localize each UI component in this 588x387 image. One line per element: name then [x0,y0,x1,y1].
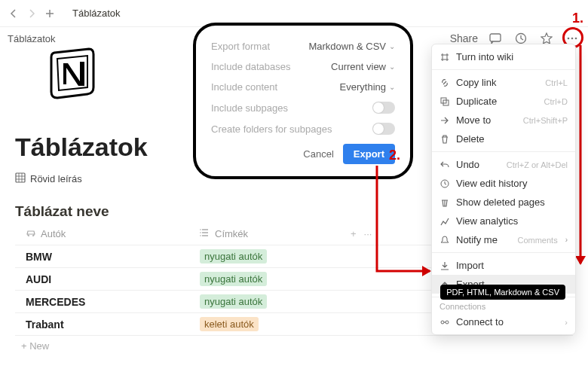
new-tab-button[interactable] [41,5,59,23]
tag-badge: nyugati autók [200,294,267,309]
menu-connect-to[interactable]: Connect to › [432,312,575,331]
svg-point-9 [200,232,201,233]
trash-icon [439,134,450,145]
menu-turn-into-wiki[interactable]: Turn into wiki [432,47,575,66]
chevron-right-icon: › [565,318,568,327]
annotation-step-1: 1. [572,11,583,26]
car-icon [26,227,36,240]
connect-icon [439,317,450,328]
include-subpages-label: Include subpages [211,102,288,114]
svg-point-8 [200,229,201,230]
tag-badge: keleti autók [200,317,259,331]
svg-point-10 [200,235,201,236]
svg-point-6 [28,235,29,236]
nav-forward-button[interactable] [23,5,41,23]
svg-rect-0 [490,34,501,41]
menu-view-history[interactable]: View edit history [432,174,575,193]
include-databases-label: Include databases [211,61,291,72]
doc-icon [15,172,26,185]
menu-undo[interactable]: Undo Ctrl+Z or Alt+Del [432,155,575,174]
cell-tag: nyugati autók [200,249,343,264]
cancel-button[interactable]: Cancel [303,148,333,160]
breadcrumb[interactable]: Táblázatok [8,33,56,44]
chevron-down-icon: ⌄ [389,42,395,50]
menu-import[interactable]: Import [432,256,575,275]
column-header-tags[interactable]: Címkék [215,228,248,239]
page-icon[interactable] [45,45,100,102]
wiki-icon [439,52,450,62]
menu-copy-link[interactable]: Copy link Ctrl+L [432,73,575,92]
svg-point-7 [32,235,34,236]
share-button[interactable]: Share [450,32,478,44]
undo-icon [439,160,450,170]
svg-point-14 [441,321,444,324]
chevron-down-icon: ⌄ [389,62,395,71]
tag-badge: nyugati autók [200,249,267,264]
list-icon [200,227,210,240]
export-dialog: Export format Markdown & CSV ⌄ Include d… [193,23,413,179]
duplicate-icon [439,96,450,107]
analytics-icon [439,216,450,227]
link-icon [439,78,450,88]
chevron-right-icon: › [565,236,568,244]
export-format-select[interactable]: Markdown & CSV ⌄ [308,41,395,52]
deleted-icon [439,197,450,208]
menu-delete[interactable]: Delete [432,130,575,148]
export-tooltip: PDF, HTML, Markdown & CSV [440,285,565,300]
cell-name: BMW [15,251,200,263]
tag-badge: nyugati autók [200,272,267,286]
cell-tag: nyugati autók [200,272,343,286]
history-icon [439,178,450,189]
cell-tag: nyugati autók [200,294,343,309]
import-icon [439,261,450,271]
create-folders-label: Create folders for subpages [211,123,332,135]
include-content-select[interactable]: Everything ⌄ [340,81,395,93]
menu-duplicate[interactable]: Duplicate Ctrl+D [432,92,575,111]
new-row-button[interactable]: + New [15,336,573,352]
cell-name: AUDI [15,273,200,285]
menu-show-deleted[interactable]: Show deleted pages [432,193,575,212]
menu-move-to[interactable]: Move to Ctrl+Shift+P [432,111,575,130]
menu-section-connections: Connections [432,300,575,312]
menu-view-analytics[interactable]: View analytics [432,212,575,230]
menu-notify-me[interactable]: Notify me Comments › [432,230,575,249]
create-folders-toggle[interactable] [372,123,395,135]
include-subpages-toggle[interactable] [372,102,395,114]
export-button[interactable]: Export [343,144,395,164]
tab-current[interactable]: Táblázatok [66,5,127,22]
svg-point-15 [446,321,449,324]
bell-icon [439,235,450,245]
include-content-label: Include content [211,81,277,93]
include-databases-select[interactable]: Current view ⌄ [331,61,395,72]
chevron-down-icon: ⌄ [389,83,395,91]
cell-tag: keleti autók [200,317,343,331]
move-icon [439,115,450,126]
nav-back-button[interactable] [5,5,23,23]
annotation-step-2: 2. [389,148,400,163]
page-description-text: Rövid leírás [30,173,82,184]
export-format-label: Export format [211,41,270,52]
svg-rect-5 [16,173,25,182]
add-column-icon[interactable]: + [351,228,357,239]
cell-name: MERCEDES [15,296,200,308]
column-options-icon[interactable]: ··· [364,228,372,239]
column-header-name[interactable]: Autók [41,228,66,239]
cell-name: Trabant [15,318,200,331]
